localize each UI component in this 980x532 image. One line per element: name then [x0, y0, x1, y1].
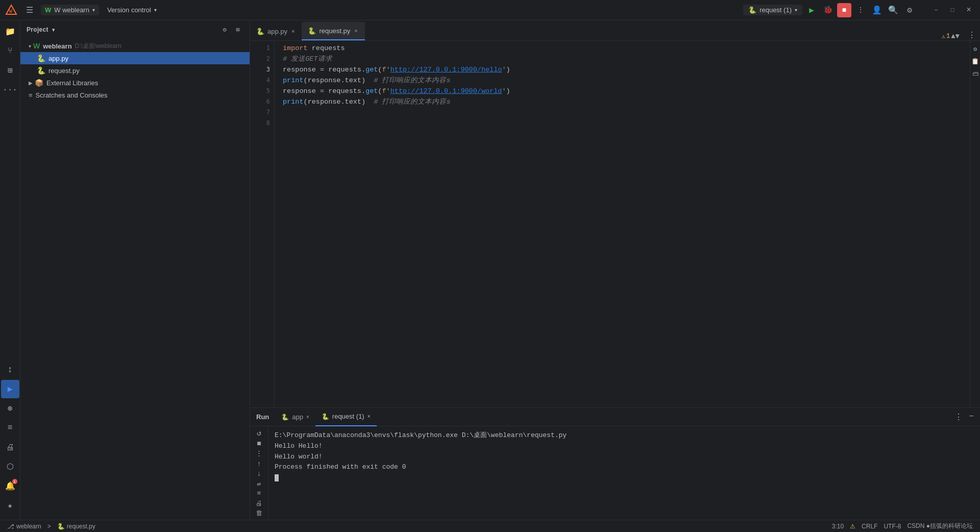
- code-line-8: print(response.text) # 打印响应的文本内容s: [283, 96, 970, 107]
- iconbar-bookmark-button[interactable]: ★: [1, 496, 19, 515]
- code-line-4: response = requests.get(f'http://127.0.0…: [283, 64, 970, 75]
- settings-button[interactable]: ⚙: [902, 3, 917, 17]
- project-selector[interactable]: W W weblearn ▾: [41, 5, 99, 15]
- run-config-icon: 🐍: [748, 6, 756, 14]
- vcs-selector[interactable]: Version control ▾: [103, 5, 161, 15]
- tab-request-py[interactable]: 🐍 request.py ×: [302, 22, 364, 40]
- console-cursor: [275, 474, 279, 481]
- panel-options-button[interactable]: ⋮: [252, 449, 266, 457]
- iconbar-layers-button[interactable]: ⊛: [1, 399, 19, 418]
- iconbar-more-button[interactable]: ···: [1, 81, 19, 99]
- debug-button[interactable]: 🐞: [821, 3, 835, 17]
- stop-button[interactable]: ■: [837, 3, 851, 17]
- code-line-7: response = requests.get(f'http://127.0.0…: [283, 86, 970, 96]
- run-config-selector[interactable]: 🐍 request (1) ▾: [743, 5, 802, 15]
- editor-tab-more[interactable]: ⋮: [964, 30, 980, 40]
- iconbar-plugins-button[interactable]: ⊞: [1, 61, 19, 80]
- panel-minimize-button[interactable]: −: [967, 412, 976, 422]
- panel-tab-request[interactable]: 🐍 request (1) ×: [315, 408, 377, 426]
- panel-restart-button[interactable]: ↺: [252, 428, 266, 438]
- iconbar-git-button[interactable]: ⑂: [1, 42, 19, 60]
- editor-right-icon-3[interactable]: 🗃: [971, 69, 979, 78]
- statusbar: ⎇ weblearn > 🐍 request.py 3:10 ⚠ CRLF UT…: [0, 520, 980, 532]
- warning-arrow-down[interactable]: ▼: [955, 32, 960, 40]
- root-path: D:\桌面\weblearn: [75, 42, 121, 51]
- status-breadcrumb[interactable]: >: [44, 523, 54, 530]
- iconbar-project-button[interactable]: 📁: [1, 22, 19, 41]
- close-button[interactable]: ×: [962, 3, 976, 17]
- iconbar-run-button[interactable]: ▶: [1, 380, 19, 398]
- iconbar-vcs-button[interactable]: ↕: [1, 360, 19, 379]
- status-line-ending[interactable]: CRLF: [859, 523, 880, 530]
- tree-file-request-py[interactable]: 🐍 request.py: [20, 64, 250, 77]
- ext-lib-arrow: ▶: [29, 80, 33, 86]
- panel-more-button[interactable]: ⋮: [952, 412, 965, 422]
- run-button[interactable]: ▶: [804, 3, 819, 17]
- status-encoding-warning[interactable]: ⚠: [847, 523, 859, 530]
- tab-request-py-close[interactable]: ×: [353, 27, 358, 34]
- status-annotation-text: CSDN ●括弧的科研论坛: [907, 522, 973, 530]
- status-separator: >: [47, 523, 51, 530]
- editor-main: 🐍 app.py × 🐍 request.py × ⚠ 1 ▲ ▼ ⋮: [250, 20, 980, 520]
- panel-tab-request-icon: 🐍: [322, 413, 329, 420]
- iconbar-terminal-button[interactable]: ⬡: [1, 457, 19, 476]
- vcs-arrow: ▾: [154, 7, 157, 13]
- editor-right-icon-2[interactable]: 📋: [971, 57, 979, 65]
- code-editor: 1 2 3 4 5 6 7 8 import requests # 发送GET请…: [250, 41, 980, 407]
- panel-body: ↺ ■ ⋮ ↑ ↓ ⇌ ≡ 🖨 🗑 E:\ProgramData\anacond…: [250, 426, 980, 520]
- status-position-text: 3:10: [832, 523, 844, 530]
- line-num-3: 3: [250, 64, 270, 75]
- panel-stop-button[interactable]: ■: [252, 439, 266, 448]
- line-num-2: 2: [250, 54, 270, 64]
- editor-tabs: 🐍 app.py × 🐍 request.py × ⚠ 1 ▲ ▼ ⋮: [250, 20, 980, 41]
- warning-count: 1: [946, 33, 950, 40]
- tab-app-py[interactable]: 🐍 app.py ×: [250, 22, 302, 40]
- line-num-4: 4: [250, 75, 270, 86]
- sidebar-expand-icon[interactable]: ⊞: [232, 24, 243, 35]
- maximize-button[interactable]: □: [945, 3, 960, 17]
- warning-icon: ⚠: [942, 33, 945, 40]
- search-button[interactable]: 🔍: [886, 3, 900, 17]
- profile-button[interactable]: 👤: [870, 3, 884, 17]
- tab-request-py-label: request.py: [319, 27, 350, 35]
- editor-warnings: ⚠ 1 ▲ ▼: [938, 32, 964, 40]
- line-num-8: 8: [250, 118, 270, 129]
- panel-filter-button[interactable]: ⇌: [252, 479, 266, 488]
- panel-print-button[interactable]: 🖨: [252, 499, 266, 508]
- code-content[interactable]: import requests # 发送GET请求 response = req…: [275, 41, 970, 407]
- tree-file-app-py[interactable]: 🐍 app.py: [20, 52, 250, 64]
- tree-root-weblearn[interactable]: ▾ W weblearn D:\桌面\weblearn: [20, 40, 250, 52]
- panel-scroll-up-button[interactable]: ↑: [252, 460, 266, 469]
- tab-app-py-close[interactable]: ×: [290, 28, 296, 35]
- iconbar-filter-button[interactable]: ≡: [1, 419, 19, 437]
- status-encoding[interactable]: UTF-8: [880, 523, 904, 530]
- panel-delete-button[interactable]: 🗑: [252, 509, 266, 518]
- minimize-button[interactable]: −: [929, 3, 943, 17]
- tree-scratches[interactable]: ≡ Scratches and Consoles: [20, 89, 250, 101]
- tree-external-libraries[interactable]: ▶ 📦 External Libraries: [20, 77, 250, 89]
- panel-tab-request-close[interactable]: ×: [368, 414, 371, 419]
- status-file[interactable]: 🐍 request.py: [54, 523, 99, 530]
- scratches-label: Scratches and Consoles: [36, 91, 108, 99]
- titlebar: W ☰ W W weblearn ▾ Version control ▾ 🐍 r…: [0, 0, 980, 20]
- panel-tab-controls: ⋮ −: [948, 412, 980, 422]
- console-output[interactable]: E:\ProgramData\anaconda3\envs\flask\pyth…: [268, 426, 980, 520]
- sidebar-dropdown-arrow[interactable]: ▾: [52, 27, 55, 33]
- statusbar-right: 3:10 ⚠ CRLF UTF-8 CSDN ●括弧的科研论坛: [829, 522, 976, 530]
- bottom-panel: Run 🐍 app × 🐍 request (1) × ⋮ −: [250, 407, 980, 520]
- sidebar-settings-icon[interactable]: ⚙: [219, 24, 230, 35]
- panel-tab-app[interactable]: 🐍 app ×: [275, 408, 315, 426]
- editor-right-icon-1[interactable]: ⚙: [971, 45, 979, 53]
- hamburger-menu[interactable]: ☰: [22, 3, 37, 17]
- status-position[interactable]: 3:10: [829, 523, 847, 530]
- warning-arrow-up[interactable]: ▲: [951, 32, 955, 40]
- panel-scroll-down-button[interactable]: ↓: [252, 470, 266, 478]
- panel-tab-app-close[interactable]: ×: [306, 414, 309, 420]
- status-branch[interactable]: ⎇ weblearn: [4, 523, 44, 530]
- iconbar-notifications-button[interactable]: 🔔 1: [1, 477, 19, 495]
- panel-format-button[interactable]: ≡: [252, 489, 266, 498]
- line-num-5: 5: [250, 86, 270, 96]
- sidebar: Project ▾ ⚙ ⊞ ▾ W weblearn D:\桌面\weblear…: [20, 20, 250, 520]
- iconbar-print-button[interactable]: 🖨: [1, 438, 19, 456]
- more-menu-button[interactable]: ⋮: [853, 3, 868, 17]
